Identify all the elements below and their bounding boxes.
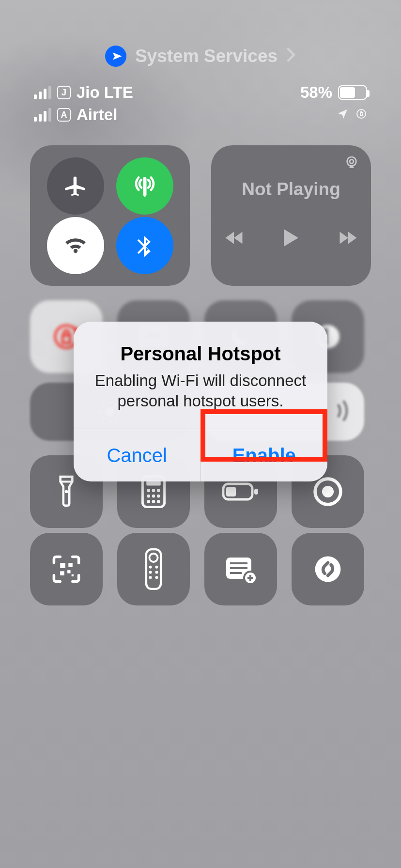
alert-title: Personal Hotspot — [90, 343, 311, 365]
cancel-button[interactable]: Cancel — [74, 429, 200, 481]
confirmation-alert: Personal Hotspot Enabling Wi-Fi will dis… — [74, 322, 327, 481]
alert-message: Enabling Wi-Fi will disconnect personal … — [90, 371, 311, 411]
enable-button[interactable]: Enable — [200, 429, 328, 481]
